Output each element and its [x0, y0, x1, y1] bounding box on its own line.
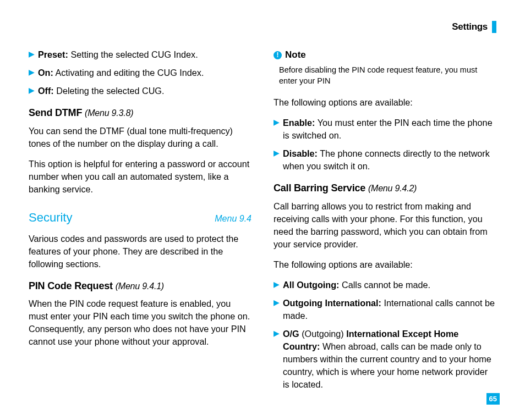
bullet-text: O/G (Outgoing) International Except Home… [283, 328, 496, 391]
triangle-icon: ▶ [29, 85, 35, 97]
call-barring-heading: Call Barring Service (Menu 9.4.2) [274, 181, 496, 196]
send-dtmf-p2: This option is helpful for entering a pa… [29, 158, 251, 196]
bullet-text: Enable: You must enter the PIN each time… [283, 117, 496, 142]
security-p1: Various codes and passwords are used to … [29, 233, 251, 270]
bullet-text: Preset: Setting the selected CUG Index. [38, 48, 251, 61]
triangle-icon: ▶ [29, 48, 35, 61]
bullet-on: ▶ On: Activating and editing the CUG Ind… [29, 67, 251, 79]
header-accent-bar [492, 21, 496, 33]
page-number: 65 [486, 393, 500, 405]
security-section-heading: Security Menu 9.4 [29, 209, 251, 226]
call-barring-p1: Call barring allows you to restrict from… [274, 200, 496, 251]
bullet-og-except-home: ▶ O/G (Outgoing) International Except Ho… [274, 328, 496, 391]
bullet-text: Off: Deleting the selected CUG. [38, 85, 251, 97]
bullet-outgoing-international: ▶ Outgoing International: International … [274, 297, 496, 322]
pin-code-heading: PIN Code Request (Menu 9.4.1) [29, 279, 251, 294]
bullet-text: Outgoing International: International ca… [283, 297, 496, 322]
bullet-text: Disable: The phone connects directly to … [283, 147, 496, 173]
options-intro-1: The following options are available: [274, 96, 496, 109]
note-body: Before disabling the PIN code request fe… [279, 65, 496, 86]
security-title: Security [29, 209, 72, 226]
bullet-off: ▶ Off: Deleting the selected CUG. [29, 85, 251, 97]
note-title: Note [285, 48, 306, 62]
triangle-icon: ▶ [29, 67, 35, 79]
options-intro-2: The following options are available: [274, 258, 496, 271]
info-icon: ! [274, 51, 282, 59]
left-column: ▶ Preset: Setting the selected CUG Index… [29, 48, 251, 396]
triangle-icon: ▶ [274, 279, 280, 291]
page-header: Settings [29, 21, 496, 33]
triangle-icon: ▶ [274, 117, 280, 142]
bullet-all-outgoing: ▶ All Outgoing: Calls cannot be made. [274, 279, 496, 291]
triangle-icon: ▶ [274, 147, 280, 173]
bullet-text: All Outgoing: Calls cannot be made. [283, 279, 496, 291]
send-dtmf-heading: Send DTMF (Menu 9.3.8) [29, 106, 251, 120]
bullet-disable: ▶ Disable: The phone connects directly t… [274, 147, 496, 173]
note-heading: ! Note [274, 48, 496, 62]
right-column: ! Note Before disabling the PIN code req… [274, 48, 496, 396]
content-columns: ▶ Preset: Setting the selected CUG Index… [29, 48, 496, 396]
security-menu-ref: Menu 9.4 [215, 213, 251, 225]
bullet-enable: ▶ Enable: You must enter the PIN each ti… [274, 117, 496, 142]
triangle-icon: ▶ [274, 297, 280, 322]
bullet-preset: ▶ Preset: Setting the selected CUG Index… [29, 48, 251, 61]
pin-code-p1: When the PIN code request feature is ena… [29, 297, 251, 348]
bullet-text: On: Activating and editing the CUG Index… [38, 67, 251, 79]
header-title: Settings [452, 21, 488, 32]
triangle-icon: ▶ [274, 328, 280, 391]
send-dtmf-p1: You can send the DTMF (dual tone multi-f… [29, 125, 251, 150]
